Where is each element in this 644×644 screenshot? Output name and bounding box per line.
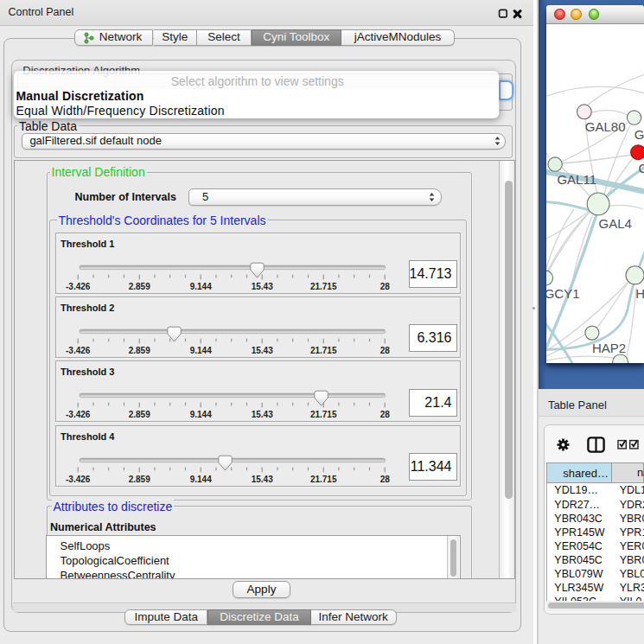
svg-text:GCY1: GCY1: [546, 286, 580, 301]
svg-text:C: C: [638, 161, 644, 175]
svg-text:H: H: [635, 286, 644, 301]
svg-text:GAL11: GAL11: [557, 172, 596, 187]
svg-text:HAP2: HAP2: [592, 341, 626, 355]
svg-text:GA: GA: [634, 127, 644, 142]
svg-text:GAL4: GAL4: [598, 216, 631, 231]
svg-text:GAL80: GAL80: [584, 119, 625, 134]
